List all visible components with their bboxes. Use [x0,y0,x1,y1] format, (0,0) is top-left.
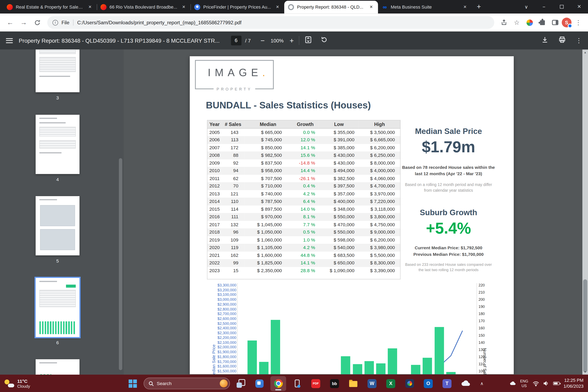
file-explorer-button[interactable] [346,376,361,391]
address-bar[interactable]: i File C:/Users/Sam/Downloads/print_prop… [47,16,494,29]
side-panel-icon[interactable] [549,16,561,28]
phone-link-button[interactable] [289,376,305,391]
sidebar-scrollbar-thumb[interactable] [119,158,122,370]
tab-close-icon[interactable]: × [462,4,468,10]
report-favicon [288,4,294,10]
rotate-icon[interactable] [320,36,328,45]
share-icon[interactable] [498,16,510,28]
tab-list: Real Estate & Property for Sale i...×66 … [3,1,472,14]
forward-icon[interactable]: → [17,16,30,29]
table-cell: $ 982,500 [244,152,292,159]
chrome-taskbar-button[interactable] [270,376,286,391]
print-icon[interactable] [558,36,566,45]
browser-tab[interactable]: Property Report: 836348 - QLD...× [284,1,378,14]
table-cell: 2006 [207,136,222,144]
zoom-in-icon[interactable]: + [290,37,294,44]
browser-tab[interactable]: 66 Rio Vista Boulevard Broadbe...× [97,1,190,14]
taskbar-clock[interactable]: 12:25 PM1/06/2023 [564,378,584,389]
page-thumbnail[interactable] [36,50,80,92]
reload-icon[interactable] [31,16,44,29]
extensions-puzzle-icon[interactable] [536,16,548,28]
page-thumbnail[interactable] [36,196,80,256]
weather-text: 11°CCloudy [17,378,30,388]
excel-button[interactable]: X [383,376,398,391]
tab-close-icon[interactable]: × [87,4,93,10]
page-thumbnail[interactable] [36,359,80,375]
onedrive-tray-icon[interactable] [510,382,516,386]
tab-title: Real Estate & Property for Sale i... [16,4,84,10]
chart-bar [248,340,257,374]
browser-menu-icon[interactable]: ⋮ [572,16,584,28]
teams-icon: T [442,379,452,388]
scroll-up-icon[interactable]: ▲ [582,50,588,55]
axis-tick-label: 200 [478,298,485,302]
windows-taskbar: 11°CCloudy Search PDF bb W X O T [0,375,588,392]
table-cell: 0.0 % [292,128,319,136]
page-number-input[interactable]: 6 [231,36,241,45]
browser-tab[interactable]: Real Estate & Property for Sale i...× [3,1,97,14]
scroll-down-icon[interactable]: ▼ [582,369,588,375]
widgets-button[interactable] [252,376,267,391]
outlook-button[interactable]: O [420,376,436,391]
table-cell: 2022 [207,259,222,267]
task-view-button[interactable] [233,376,249,391]
acrobat-button[interactable]: PDF [308,376,324,391]
tab-search-icon[interactable]: ∨ [518,0,535,14]
start-button[interactable] [125,376,141,391]
logo-dot: . [262,67,265,78]
table-cell: $ 707,500 [244,174,292,182]
browser-toolbar: ← → i File C:/Users/Sam/Downloads/print_… [0,14,588,32]
table-cell: 6.4 % [292,198,319,206]
chrome-icon [274,379,282,388]
window-maximize-button[interactable] [553,0,570,14]
pdf-more-icon[interactable]: ⋮ [576,36,582,44]
document-scrollbar[interactable]: ▲ ▼ [582,50,588,374]
tab-close-icon[interactable]: × [181,4,186,10]
bookmark-star-icon[interactable]: ☆ [511,16,523,28]
tab-close-icon[interactable]: × [368,4,374,10]
wifi-icon[interactable] [532,381,539,386]
browser-tab[interactable]: PriceFinder | Property Prices Au...× [190,1,284,14]
table-cell: $ 1,090,000 [319,267,359,274]
scrollbar-thumb[interactable] [583,279,587,372]
onedrive-button[interactable] [458,376,474,391]
window-minimize-button[interactable]: − [535,0,553,14]
tray-expand-icon[interactable]: ∧ [476,376,487,391]
new-tab-button[interactable]: + [473,1,484,12]
browser-tab[interactable]: Meta Business Suite× [378,1,472,14]
chart-bar [352,364,362,374]
table-cell: $ 430,000 [319,152,359,159]
blackboard-button[interactable]: bb [327,376,342,391]
back-icon[interactable]: ← [4,16,16,29]
download-icon[interactable] [541,36,548,45]
table-row: 2021162$ 1,600,00044.8 %$ 683,500$ 5,500… [207,252,400,259]
page-thumbnail[interactable] [36,114,80,174]
table-cell: 109 [222,236,244,244]
tab-close-icon[interactable]: × [274,4,280,10]
axis-tick-label: 220 [478,283,485,287]
document-area[interactable]: IMAGE. PROPERTY BUNDALL - Sales Statisti… [124,50,588,374]
axis-tick-label: 180 [478,312,485,316]
profile-avatar[interactable]: S [562,18,572,27]
teams-button[interactable]: T [439,376,455,391]
word-button[interactable]: W [364,376,380,391]
divider [73,20,74,26]
weather-widget[interactable]: 11°CCloudy [0,378,30,388]
language-indicator[interactable]: ENGUS [520,379,528,388]
zoom-out-icon[interactable]: − [260,37,264,44]
axis-tick-label: $2,600,000 [218,316,236,320]
page-info-icon[interactable]: i [52,20,58,25]
photos-button[interactable] [402,376,417,391]
pdf-menu-icon[interactable] [6,38,13,43]
table-cell: $ 850,000 [244,144,292,152]
zoom-level[interactable]: 100% [271,38,284,44]
axis-tick-label: 190 [478,304,485,309]
page-thumbnail[interactable] [36,278,80,337]
volume-icon[interactable] [543,381,549,386]
table-cell: 2005 [207,128,222,136]
taskbar-search[interactable]: Search [144,378,230,389]
battery-icon[interactable] [553,382,559,385]
fit-to-page-icon[interactable] [304,36,312,45]
extension-pinwheel-icon[interactable] [524,16,536,28]
window-close-button[interactable]: × [570,0,588,14]
